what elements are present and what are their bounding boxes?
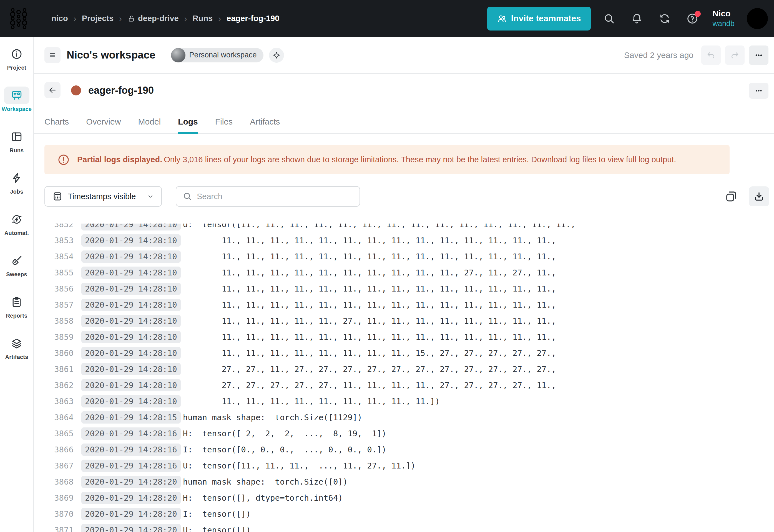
timestamps-dropdown-label: Timestamps visible <box>68 192 136 201</box>
log-line-number: 3870 <box>44 509 74 519</box>
sparkle-icon <box>272 51 281 59</box>
log-line-number: 3855 <box>44 268 74 277</box>
sidebar-item-label: Reports <box>6 313 27 319</box>
breadcrumb-item-Runs[interactable]: Runs <box>193 14 213 23</box>
log-timestamp: 2020-01-29 14:28:10 <box>81 234 181 247</box>
search-input[interactable] <box>196 192 353 201</box>
tab-files[interactable]: Files <box>215 110 233 133</box>
log-timestamp: 2020-01-29 14:28:20 <box>81 524 181 532</box>
wandb-avatar-dots-icon <box>752 11 763 26</box>
log-text: 11., 11., 11., 11., 11., 11., 11., 11., … <box>183 284 556 293</box>
personal-workspace-badge[interactable]: Personal workspace <box>171 48 264 62</box>
sidebar-item-label: Automat. <box>4 230 29 236</box>
people-icon <box>497 14 507 23</box>
run-color-dot <box>71 85 81 95</box>
log-timestamp: 2020-01-29 14:28:10 <box>81 299 181 311</box>
bell-icon <box>631 12 643 25</box>
undo-button[interactable] <box>701 45 721 65</box>
redo-button[interactable] <box>725 45 745 65</box>
breadcrumb-separator: › <box>119 14 122 23</box>
run-title: eager-fog-190 <box>88 74 154 107</box>
breadcrumb-label: Projects <box>82 14 113 23</box>
log-text: 11., 11., 11., 11., 11., 11., 11., 11., … <box>183 252 556 261</box>
log-line-number: 3865 <box>44 429 74 438</box>
sync-button[interactable] <box>659 12 671 25</box>
sweeps-icon <box>11 255 23 267</box>
sidebar-item-project[interactable]: Project <box>0 45 33 71</box>
log-timestamp: 2020-01-29 14:28:10 <box>81 347 181 359</box>
log-text: 27., 27., 11., 27., 27., 27., 27., 27., … <box>183 364 556 374</box>
sidebar-item-artifacts[interactable]: Artifacts <box>0 335 33 360</box>
user-menu[interactable]: Nico wandb <box>712 9 735 28</box>
sidebar-item-label: Project <box>7 65 26 71</box>
run-overflow-button[interactable] <box>749 83 768 99</box>
notification-dot <box>695 11 701 17</box>
tab-logs[interactable]: Logs <box>178 110 198 133</box>
sidebar-item-label: Jobs <box>10 189 23 195</box>
timestamps-dropdown[interactable]: Timestamps visible <box>44 186 162 207</box>
banner-title: Partial logs displayed. <box>77 155 162 164</box>
log-timestamp: 2020-01-29 14:28:16 <box>81 427 181 440</box>
tab-charts[interactable]: Charts <box>44 110 69 133</box>
alert-icon <box>57 153 70 166</box>
search-button[interactable] <box>603 12 615 25</box>
log-row: 38622020-01-29 14:28:10 27., 27., 27., 2… <box>44 377 774 393</box>
workspace-overflow-button[interactable] <box>749 45 768 65</box>
copy-logs-button[interactable] <box>725 190 738 203</box>
sidebar-item-reports[interactable]: Reports <box>0 293 33 319</box>
copy-icon <box>725 190 738 203</box>
log-text: I: tensor([]) <box>183 509 251 519</box>
sidebar-item-automations[interactable]: Automat. <box>0 211 33 236</box>
log-row: 38672020-01-29 14:28:16U: tensor([11., 1… <box>44 458 774 474</box>
alert-icon <box>57 153 70 166</box>
sync-icon <box>659 12 671 25</box>
log-list[interactable]: 38522020-01-29 14:28:10U: tensor([11., 1… <box>34 224 774 532</box>
log-row: 38682020-01-29 14:28:20human mask shape:… <box>44 474 774 490</box>
log-row: 38562020-01-29 14:28:10 11., 11., 11., 1… <box>44 281 774 297</box>
log-timestamp: 2020-01-29 14:28:20 <box>81 476 181 488</box>
log-row: 38602020-01-29 14:28:10 11., 11., 11., 1… <box>44 345 774 361</box>
sidebar-item-runs[interactable]: Runs <box>0 128 33 154</box>
search-icon <box>603 12 615 25</box>
breadcrumb-label: nico <box>51 14 68 23</box>
log-text: human mask shape: torch.Size([1129]) <box>183 413 362 422</box>
download-logs-button[interactable] <box>749 186 769 206</box>
banner-message: Only 3,016 lines of your logs are shown … <box>164 155 676 164</box>
log-line-number: 3857 <box>44 300 74 310</box>
tab-model[interactable]: Model <box>138 110 161 133</box>
sidebar-item-jobs[interactable]: Jobs <box>0 169 33 195</box>
log-timestamp: 2020-01-29 14:28:10 <box>81 331 181 343</box>
breadcrumb-item-eager-fog-190[interactable]: eager-fog-190 <box>227 14 279 23</box>
bell-button[interactable] <box>631 12 643 25</box>
kebab-icon <box>754 50 763 60</box>
avatar[interactable] <box>747 8 768 29</box>
breadcrumb-item-Projects[interactable]: Projects <box>82 14 113 23</box>
invite-teammates-button[interactable]: Invite teammates <box>487 7 591 31</box>
log-timestamp: 2020-01-29 14:28:10 <box>81 283 181 295</box>
top-navbar: nico›Projects›deep-drive›Runs›eager-fog-… <box>0 0 774 37</box>
info-icon <box>11 48 23 60</box>
back-button[interactable] <box>44 82 60 98</box>
log-text: 27., 27., 27., 27., 27., 11., 11., 11., … <box>183 381 556 390</box>
sidebar-item-sweeps[interactable]: Sweeps <box>0 252 33 278</box>
workspace-icon <box>11 89 23 102</box>
sparkle-button[interactable] <box>269 48 284 63</box>
reports-icon <box>11 296 23 308</box>
download-icon <box>753 191 765 202</box>
breadcrumb-item-deep-drive[interactable]: deep-drive <box>127 14 179 23</box>
log-line-number: 3860 <box>44 348 74 358</box>
automations-icon-box <box>4 211 29 228</box>
log-text: H: tensor([], dtype=torch.int64) <box>183 493 343 503</box>
help-button[interactable] <box>686 12 699 25</box>
log-timestamp: 2020-01-29 14:28:10 <box>81 315 181 327</box>
tab-artifacts[interactable]: Artifacts <box>250 110 280 133</box>
breadcrumb-item-nico[interactable]: nico <box>51 14 68 23</box>
workspace-badge-label: Personal workspace <box>189 51 257 59</box>
log-text: H: tensor([ 2, 2, 2, ..., 8, 19, 1]) <box>183 429 386 438</box>
log-timestamp: 2020-01-29 14:28:16 <box>81 444 181 456</box>
wandb-logo-icon[interactable] <box>9 7 28 31</box>
tab-overview[interactable]: Overview <box>86 110 121 133</box>
workspace-menu-button[interactable] <box>44 47 60 63</box>
sidebar-item-workspace[interactable]: Workspace <box>0 87 33 112</box>
jobs-icon <box>11 172 23 184</box>
